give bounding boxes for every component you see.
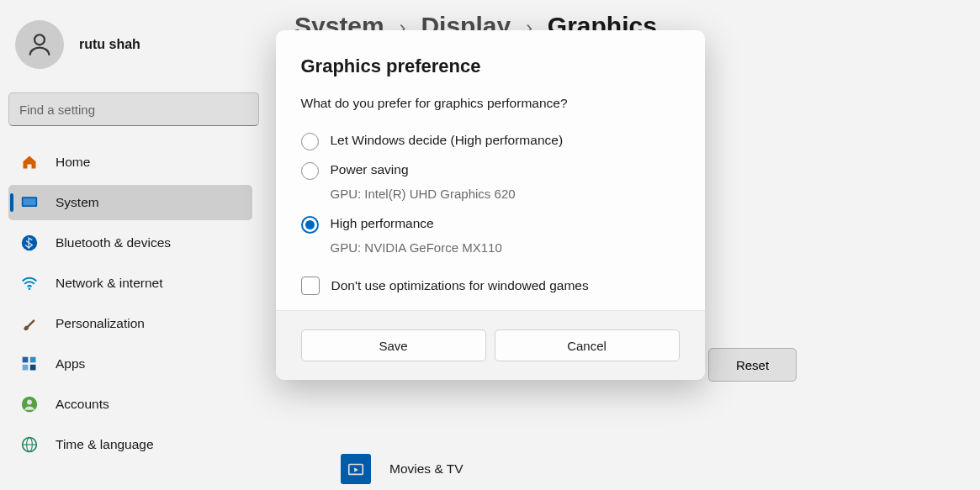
dialog-question: What do you prefer for graphics performa…: [301, 96, 680, 111]
dialog-footer: Save Cancel: [276, 310, 705, 380]
radio-power-saving[interactable]: Power saving: [301, 157, 680, 183]
gpu-preference-group: Let Windows decide (High performance) Po…: [301, 128, 680, 295]
radio-high-performance[interactable]: High performance: [301, 211, 680, 237]
modal-overlay: Graphics preference What do you prefer f…: [0, 0, 980, 490]
save-button[interactable]: Save: [301, 329, 486, 361]
radio-icon: [301, 133, 319, 150]
radio-label: Power saving: [331, 161, 409, 179]
radio-icon: [301, 162, 319, 180]
cancel-button[interactable]: Cancel: [495, 329, 680, 361]
radio-sub-power-saving: GPU: Intel(R) UHD Graphics 620: [331, 187, 680, 201]
graphics-preference-dialog: Graphics preference What do you prefer f…: [276, 30, 705, 380]
radio-label: Let Windows decide (High performance): [331, 131, 564, 150]
radio-let-windows-decide[interactable]: Let Windows decide (High performance): [301, 128, 680, 154]
checkbox-icon: [301, 277, 320, 295]
radio-label: High performance: [331, 214, 434, 233]
checkbox-windowed-optimizations[interactable]: Don't use optimizations for windowed gam…: [301, 277, 680, 295]
radio-icon-selected: [301, 216, 319, 234]
dialog-title: Graphics preference: [301, 55, 680, 77]
radio-sub-high-performance: GPU: NVIDIA GeForce MX110: [331, 240, 680, 255]
checkbox-label: Don't use optimizations for windowed gam…: [331, 278, 589, 293]
